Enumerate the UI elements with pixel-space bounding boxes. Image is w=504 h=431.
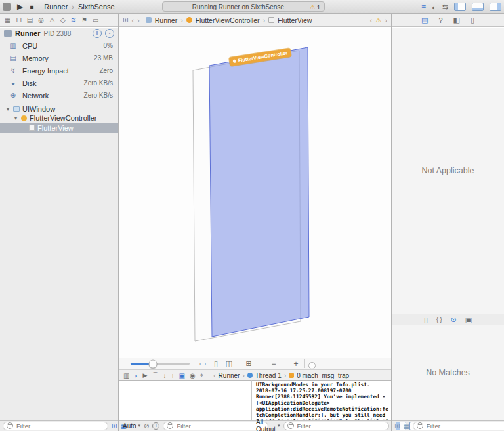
continue-icon[interactable]: ▶ (143, 372, 148, 379)
gauge-row-memory[interactable]: ▤ Memory 23 MB (0, 52, 118, 64)
quick-help-inspector-icon[interactable]: ? (438, 16, 442, 24)
project-navigator-icon[interactable]: ▦ (5, 16, 10, 24)
output-scope-button[interactable]: All Output ▾ (256, 419, 280, 431)
breadcrumb-view[interactable]: FlutterView (278, 16, 312, 24)
toggle-debug-panel-icon[interactable] (472, 3, 484, 11)
stop-button[interactable]: ■ (30, 3, 33, 10)
console-output[interactable]: UIBackgroundModes in your Info.plist. 20… (254, 382, 391, 420)
view-mode-3d-icon[interactable]: ▯ (211, 359, 221, 368)
scope-label: All Output (256, 419, 276, 431)
gauge-row-network[interactable]: ⊕ Network Zero KB/s (0, 89, 118, 102)
navigator-filter-input[interactable] (15, 422, 104, 430)
source-control-navigator-icon[interactable]: ⊟ (16, 16, 21, 24)
step-into-icon[interactable]: ↓ (163, 372, 166, 379)
debug-navigator-icon[interactable]: ≋ (71, 16, 76, 24)
inspector-empty-message: Not Applicable (422, 166, 474, 175)
gauge-row-energy[interactable]: ↯ Energy Impact Zero (0, 64, 118, 77)
slider-knob[interactable] (149, 359, 158, 368)
next-issue-icon[interactable]: › (385, 16, 387, 24)
find-navigator-icon[interactable]: ◎ (38, 16, 44, 24)
view-hierarchy-3d (119, 28, 391, 358)
warning-count[interactable]: 1 (317, 3, 320, 10)
process-pid: PID 2388 (44, 30, 72, 37)
tree-label: UIWindow (22, 105, 55, 113)
view-debugger-canvas[interactable]: FlutterViewController (119, 28, 391, 358)
output-filter-input[interactable] (296, 422, 385, 430)
file-inspector-icon[interactable]: ▤ (421, 16, 428, 24)
zoom-actual-button[interactable]: = (280, 360, 290, 368)
object-inspector-icon[interactable]: ◧ (453, 16, 460, 24)
previous-issue-icon[interactable]: ‹ (370, 16, 373, 24)
debug-breadcrumb-process[interactable]: Runner (219, 372, 240, 379)
assistant-editor-icon[interactable]: ◐ (432, 3, 436, 11)
no-filter-icon[interactable]: ⊘ (144, 422, 149, 430)
view-mode-flat-icon[interactable]: ▭ (198, 359, 208, 368)
debug-breadcrumb-frame[interactable]: 0 mach_msg_trap (297, 372, 349, 379)
step-out-icon[interactable]: ↑ (171, 372, 174, 379)
size-inspector-icon[interactable]: ▯ (471, 16, 474, 24)
scheme-selector[interactable]: Runner (44, 3, 68, 10)
debug-breadcrumb-thread[interactable]: Thread 1 (255, 372, 282, 379)
back-icon[interactable]: ‹ (131, 16, 134, 24)
library-grid-icon[interactable]: ⊞ (394, 422, 400, 430)
range-slider-knob[interactable] (308, 362, 316, 369)
tree-label: FlutterView (37, 124, 74, 132)
tree-row-flutterview[interactable]: FlutterView (0, 123, 118, 133)
show-constraints-icon[interactable]: ⊞ (243, 359, 254, 368)
view-3d-flutterview-selected[interactable] (209, 47, 309, 337)
gauge-row-cpu[interactable]: ▥ CPU 0% (0, 39, 118, 52)
library-filter[interactable] (413, 422, 504, 430)
code-snippet-library-icon[interactable]: { } (436, 316, 442, 323)
destination-selector[interactable]: SixthSense (78, 3, 115, 10)
filter-gauges-icon[interactable]: ⊞ (112, 422, 117, 430)
disclosure-icon[interactable]: ▾ (13, 115, 18, 121)
navigator-filter[interactable] (3, 422, 108, 430)
debug-navigator: Runner PID 2388 ‖ ▪ ▥ CPU 0% ▤ Memory 23… (0, 28, 118, 420)
library-list-icon[interactable]: ▦ (403, 422, 409, 430)
toggle-inspector-panel-icon[interactable] (490, 3, 501, 11)
breadcrumb-runner[interactable]: Runner (155, 16, 177, 24)
tree-row-uiwindow[interactable]: ▾ UIWindow (0, 104, 118, 113)
library-filter-input[interactable] (425, 422, 504, 430)
view-mode-both-icon[interactable]: ◫ (224, 359, 234, 368)
version-editor-icon[interactable]: ⇆ (442, 3, 448, 11)
disclosure-icon[interactable]: ▾ (5, 106, 10, 112)
zoom-in-button[interactable]: + (291, 359, 301, 369)
zoom-out-button[interactable]: − (268, 359, 279, 369)
related-items-icon[interactable]: ⊞ (123, 16, 128, 24)
gauge-row-disk[interactable]: ◒ Disk Zero KB/s (0, 77, 118, 89)
hide-debug-area-icon[interactable]: ▥ (123, 372, 129, 379)
step-over-icon[interactable]: ⌒ (152, 371, 158, 380)
output-filter[interactable] (284, 422, 389, 430)
variables-view[interactable] (119, 381, 251, 421)
object-library-icon[interactable]: ⊙ (450, 316, 456, 324)
view-spacing-slider[interactable] (131, 363, 190, 365)
breakpoint-navigator-icon[interactable]: ⚑ (81, 16, 87, 24)
forward-icon[interactable]: › (137, 16, 140, 24)
memory-graph-icon[interactable]: ◉ (190, 372, 196, 379)
report-navigator-icon[interactable]: ▭ (93, 16, 98, 24)
chevron-down-icon: ▾ (138, 423, 141, 428)
breadcrumb-viewcontroller[interactable]: FlutterViewController (196, 16, 260, 24)
variables-scope-button[interactable]: Auto ▾ (123, 422, 140, 430)
issue-navigator-icon[interactable]: ⚠ (49, 16, 55, 24)
console-split-divider[interactable] (251, 380, 252, 420)
run-button[interactable]: ▶ (17, 2, 23, 11)
uiwindow-icon (13, 106, 20, 112)
issue-warning-icon[interactable]: ⚠ (375, 16, 381, 24)
media-library-icon[interactable]: ▣ (465, 316, 472, 324)
test-navigator-icon[interactable]: ◇ (60, 16, 66, 24)
pause-process-icon[interactable]: ‖ (93, 29, 102, 38)
simulate-location-icon[interactable]: ⌖ (200, 371, 204, 379)
stop-process-icon[interactable]: ▪ (105, 29, 114, 38)
info-icon[interactable]: i (152, 422, 159, 430)
standard-editor-icon[interactable]: ≡ (421, 3, 426, 12)
tree-row-flutterviewcontroller[interactable]: ▾ FlutterViewController (0, 113, 118, 123)
file-template-library-icon[interactable]: ▯ (424, 316, 428, 324)
toggle-navigator-panel-icon[interactable] (454, 3, 466, 11)
debug-view-hierarchy-icon[interactable]: ▣ (178, 372, 184, 379)
symbol-navigator-icon[interactable]: ▤ (27, 16, 33, 24)
warning-icon[interactable]: ⚠ (310, 3, 316, 10)
breakpoints-toggle-icon[interactable]: ◗ (134, 372, 138, 379)
process-row[interactable]: Runner PID 2388 ‖ ▪ (0, 28, 118, 39)
